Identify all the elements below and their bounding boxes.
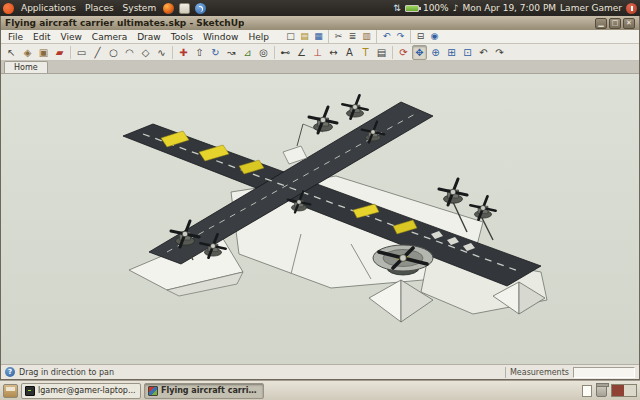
model-info-icon[interactable]: ◉ [428,31,441,42]
firefox-launcher-icon[interactable] [163,3,174,14]
offset-tool-icon[interactable]: ◎ [256,45,271,60]
system-menu[interactable]: System [119,3,161,13]
rectangle-tool-icon[interactable]: ▭ [74,45,89,60]
workspace-switcher[interactable] [611,384,637,397]
scene-tab-bar: Home [1,61,639,74]
3d-text-tool-icon[interactable]: T [358,45,373,60]
new-icon[interactable]: □ [284,31,297,42]
taskbar-window-terminal[interactable]: lgamer@gamer-laptop... [21,383,141,399]
volume-icon[interactable]: ♪ [453,3,459,13]
gnome-top-panel: Applications Places System ⇅ 100% ♪ Mon … [0,0,640,16]
dimension-tool-icon[interactable]: ↔ [326,45,341,60]
tape-measure-tool-icon[interactable]: ⊷ [278,45,293,60]
select-tool-icon[interactable]: ↖ [4,45,19,60]
standard-toolbar: □ ▤ ▦ ✂ ≣ ▥ ↶ ↷ ⊟ ◉ [284,30,441,43]
power-icon[interactable] [626,3,637,14]
window-title: Flying aircraft carrier ultimates.skp - … [5,18,244,28]
print-icon[interactable]: ⊟ [414,31,427,42]
push-pull-tool-icon[interactable]: ⇧ [192,45,207,60]
zoom-extents-tool-icon[interactable]: ⊡ [460,45,475,60]
user-menu[interactable]: Lamer Gamer [560,3,622,13]
save-icon[interactable]: ▦ [312,31,325,42]
battery-percent: 100% [423,3,449,13]
orbit-tool-icon[interactable]: ⟳ [396,45,411,60]
maximize-button[interactable]: □ [609,18,621,29]
section-plane-tool-icon[interactable]: ▤ [374,45,389,60]
status-hint: Drag in direction to pan [19,368,114,377]
minimize-button[interactable]: ▁ [595,18,607,29]
model-3d-view[interactable] [1,74,639,364]
next-view-icon[interactable]: ↷ [492,45,507,60]
tab-home[interactable]: Home [4,61,48,73]
circle-tool-icon[interactable]: ○ [106,45,121,60]
battery-icon[interactable] [405,5,419,12]
clock[interactable]: Mon Apr 19, 7:00 PM [462,3,556,13]
cut-icon[interactable]: ✂ [332,31,345,42]
menu-draw[interactable]: Draw [132,32,166,42]
paste-icon[interactable]: ▥ [360,31,373,42]
text-tool-icon[interactable]: A [342,45,357,60]
menu-edit[interactable]: Edit [28,32,55,42]
show-desktop-icon[interactable] [3,384,18,398]
sketchup-window: Flying aircraft carrier ultimates.skp - … [0,16,640,380]
close-button[interactable]: ✕ [623,18,635,29]
paint-bucket-tool-icon[interactable]: ▣ [36,45,51,60]
pan-tool-icon[interactable]: ✥ [412,45,427,60]
notes-applet-icon[interactable] [582,385,592,397]
eraser-tool-icon[interactable]: ▰ [52,45,67,60]
follow-me-tool-icon[interactable]: ↝ [224,45,239,60]
menu-window[interactable]: Window [198,32,244,42]
taskbar-window-sketchup[interactable]: Flying aircraft carrier u... [144,383,264,399]
desktop: Applications Places System ⇅ 100% ♪ Mon … [0,0,640,400]
rotate-tool-icon[interactable]: ↻ [208,45,223,60]
applications-menu[interactable]: Applications [17,3,80,13]
titlebar[interactable]: Flying aircraft carrier ultimates.skp - … [1,16,639,30]
large-tool-set: ↖ ◈ ▣ ▰ ▭ ╱ ○ ◠ ◇ ∿ ✚ ⇧ ↻ ↝ ⊿ ◎ ⊷ ∠ ⊥ ↔ … [1,44,639,61]
menu-camera[interactable]: Camera [87,32,132,42]
model-viewport[interactable] [1,74,639,364]
move-tool-icon[interactable]: ✚ [176,45,191,60]
help-icon[interactable]: ? [5,367,15,377]
scale-tool-icon[interactable]: ⊿ [240,45,255,60]
arc-tool-icon[interactable]: ◠ [122,45,137,60]
measurements-label: Measurements [510,368,569,377]
menu-file[interactable]: File [3,32,28,42]
undo-icon[interactable]: ↶ [380,31,393,42]
help-launcher-icon[interactable] [195,3,206,14]
freehand-tool-icon[interactable]: ∿ [154,45,169,60]
zoom-window-tool-icon[interactable]: ⊞ [444,45,459,60]
open-icon[interactable]: ▤ [298,31,311,42]
make-component-tool-icon[interactable]: ◈ [20,45,35,60]
sketchup-icon [148,386,158,396]
menu-view[interactable]: View [56,32,87,42]
protractor-tool-icon[interactable]: ∠ [294,45,309,60]
zoom-tool-icon[interactable]: ⊕ [428,45,443,60]
places-menu[interactable]: Places [81,3,118,13]
trash-icon[interactable] [596,385,607,397]
polygon-tool-icon[interactable]: ◇ [138,45,153,60]
menu-help[interactable]: Help [243,32,274,42]
copy-icon[interactable]: ≣ [346,31,359,42]
measurements-input[interactable] [573,367,635,378]
terminal-icon [25,386,35,396]
mail-launcher-icon[interactable] [179,3,190,14]
ubuntu-logo-icon[interactable] [3,3,14,14]
line-tool-icon[interactable]: ╱ [90,45,105,60]
workspace-2[interactable] [624,385,636,396]
menubar: File Edit View Camera Draw Tools Window … [1,30,639,44]
network-icon[interactable]: ⇅ [393,3,401,13]
gnome-bottom-panel: lgamer@gamer-laptop... Flying aircraft c… [0,380,640,400]
menu-tools[interactable]: Tools [166,32,198,42]
redo-icon[interactable]: ↷ [394,31,407,42]
taskbar-window-label: Flying aircraft carrier u... [161,386,260,395]
previous-view-icon[interactable]: ↶ [476,45,491,60]
workspace-1[interactable] [612,385,624,396]
statusbar: ? Drag in direction to pan Measurements [1,364,639,379]
axes-tool-icon[interactable]: ⊥ [310,45,325,60]
taskbar-window-label: lgamer@gamer-laptop... [38,386,136,395]
